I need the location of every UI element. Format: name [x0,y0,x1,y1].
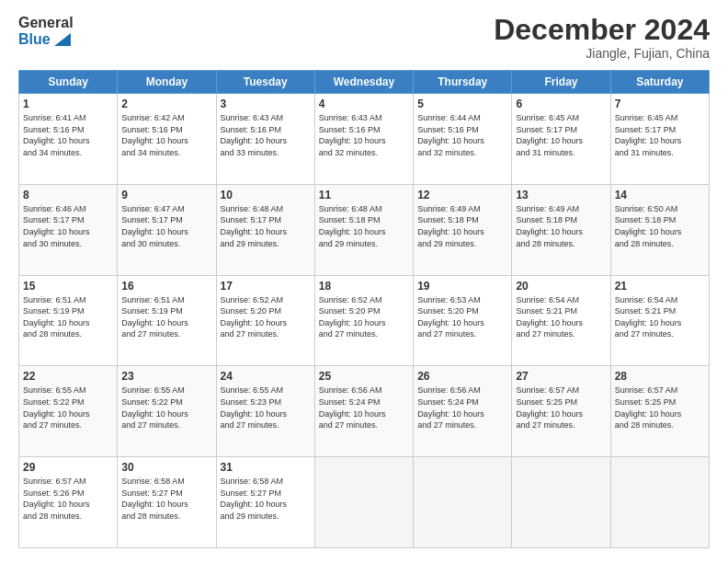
table-row: 15Sunrise: 6:51 AMSunset: 5:19 PMDayligh… [19,275,118,366]
logo: General Blue [18,15,74,47]
table-row: 30Sunrise: 6:58 AMSunset: 5:27 PMDayligh… [118,457,216,548]
col-tuesday: Tuesday [216,71,314,94]
table-row: 27Sunrise: 6:57 AMSunset: 5:25 PMDayligh… [512,366,610,457]
table-row [610,457,709,548]
col-thursday: Thursday [414,71,512,94]
svg-marker-0 [54,33,71,46]
table-row: 28Sunrise: 6:57 AMSunset: 5:25 PMDayligh… [610,366,709,457]
table-row: 1Sunrise: 6:41 AMSunset: 5:16 PMDaylight… [19,94,118,185]
header: General Blue December 2024 Jiangle, Fuji… [18,15,710,61]
table-row [314,457,413,548]
table-row: 18Sunrise: 6:52 AMSunset: 5:20 PMDayligh… [314,275,413,366]
table-row: 19Sunrise: 6:53 AMSunset: 5:20 PMDayligh… [414,275,512,366]
calendar-week-row: 8Sunrise: 6:46 AMSunset: 5:17 PMDaylight… [19,184,710,275]
table-row: 21Sunrise: 6:54 AMSunset: 5:21 PMDayligh… [610,275,709,366]
table-row: 25Sunrise: 6:56 AMSunset: 5:24 PMDayligh… [314,366,413,457]
table-row: 11Sunrise: 6:48 AMSunset: 5:18 PMDayligh… [314,184,413,275]
page: General Blue December 2024 Jiangle, Fuji… [0,0,728,563]
col-sunday: Sunday [19,71,118,94]
calendar-header-row: Sunday Monday Tuesday Wednesday Thursday… [19,71,710,94]
table-row: 16Sunrise: 6:51 AMSunset: 5:19 PMDayligh… [118,275,216,366]
col-monday: Monday [118,71,216,94]
col-friday: Friday [512,71,610,94]
table-row: 9Sunrise: 6:47 AMSunset: 5:17 PMDaylight… [118,184,216,275]
table-row: 12Sunrise: 6:49 AMSunset: 5:18 PMDayligh… [414,184,512,275]
table-row: 4Sunrise: 6:43 AMSunset: 5:16 PMDaylight… [314,94,413,185]
table-row: 29Sunrise: 6:57 AMSunset: 5:26 PMDayligh… [19,457,118,548]
table-row: 20Sunrise: 6:54 AMSunset: 5:21 PMDayligh… [512,275,610,366]
table-row: 3Sunrise: 6:43 AMSunset: 5:16 PMDaylight… [216,94,314,185]
table-row: 7Sunrise: 6:45 AMSunset: 5:17 PMDaylight… [610,94,709,185]
table-row: 14Sunrise: 6:50 AMSunset: 5:18 PMDayligh… [610,184,709,275]
table-row: 10Sunrise: 6:48 AMSunset: 5:17 PMDayligh… [216,184,314,275]
calendar-table: Sunday Monday Tuesday Wednesday Thursday… [18,70,710,548]
month-title: December 2024 [494,15,710,44]
table-row: 6Sunrise: 6:45 AMSunset: 5:17 PMDaylight… [512,94,610,185]
table-row: 13Sunrise: 6:49 AMSunset: 5:18 PMDayligh… [512,184,610,275]
table-row: 31Sunrise: 6:58 AMSunset: 5:27 PMDayligh… [216,457,314,548]
table-row: 17Sunrise: 6:52 AMSunset: 5:20 PMDayligh… [216,275,314,366]
table-row: 23Sunrise: 6:55 AMSunset: 5:22 PMDayligh… [118,366,216,457]
table-row: 24Sunrise: 6:55 AMSunset: 5:23 PMDayligh… [216,366,314,457]
calendar-week-row: 15Sunrise: 6:51 AMSunset: 5:19 PMDayligh… [19,275,710,366]
calendar-week-row: 22Sunrise: 6:55 AMSunset: 5:22 PMDayligh… [19,366,710,457]
calendar-week-row: 29Sunrise: 6:57 AMSunset: 5:26 PMDayligh… [19,457,710,548]
table-row: 8Sunrise: 6:46 AMSunset: 5:17 PMDaylight… [19,184,118,275]
table-row: 22Sunrise: 6:55 AMSunset: 5:22 PMDayligh… [19,366,118,457]
table-row [414,457,512,548]
table-row [512,457,610,548]
calendar-week-row: 1Sunrise: 6:41 AMSunset: 5:16 PMDaylight… [19,94,710,185]
table-row: 5Sunrise: 6:44 AMSunset: 5:16 PMDaylight… [414,94,512,185]
table-row: 2Sunrise: 6:42 AMSunset: 5:16 PMDaylight… [118,94,216,185]
col-wednesday: Wednesday [314,71,413,94]
table-row: 26Sunrise: 6:56 AMSunset: 5:24 PMDayligh… [414,366,512,457]
col-saturday: Saturday [610,71,709,94]
title-block: December 2024 Jiangle, Fujian, China [494,15,710,61]
location: Jiangle, Fujian, China [494,46,710,61]
